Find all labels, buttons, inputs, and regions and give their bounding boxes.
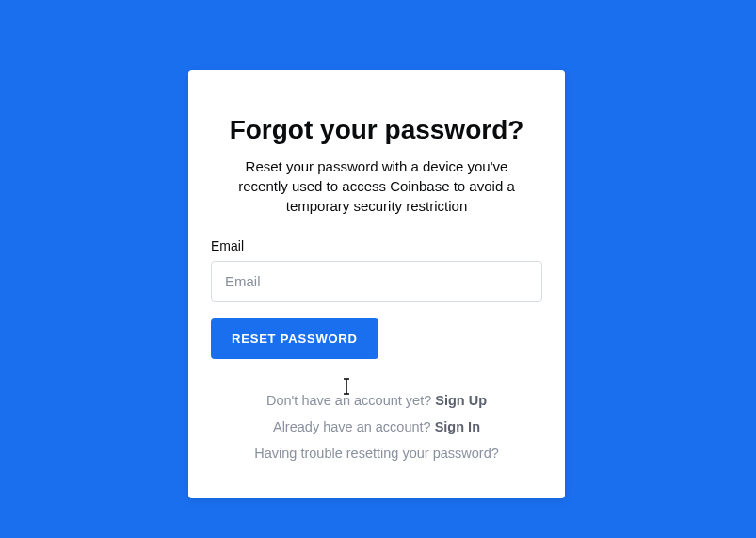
page-title: Forgot your password? xyxy=(211,115,542,145)
email-label: Email xyxy=(211,238,542,253)
links-section: Don't have an account yet? Sign Up Alrea… xyxy=(211,393,542,461)
signup-row: Don't have an account yet? Sign Up xyxy=(211,393,542,408)
signin-row: Already have an account? Sign In xyxy=(211,419,542,434)
reset-password-button[interactable]: RESET PASSWORD xyxy=(211,318,378,359)
page-subtitle: Reset your password with a device you've… xyxy=(211,156,542,216)
signup-prompt: Don't have an account yet? xyxy=(266,393,435,408)
signup-link[interactable]: Sign Up xyxy=(435,393,487,408)
signin-link[interactable]: Sign In xyxy=(435,419,480,434)
signin-prompt: Already have an account? xyxy=(273,419,435,434)
email-field[interactable] xyxy=(211,261,542,302)
reset-password-card: Forgot your password? Reset your passwor… xyxy=(188,70,565,498)
trouble-link[interactable]: Having trouble resetting your password? xyxy=(211,446,542,461)
